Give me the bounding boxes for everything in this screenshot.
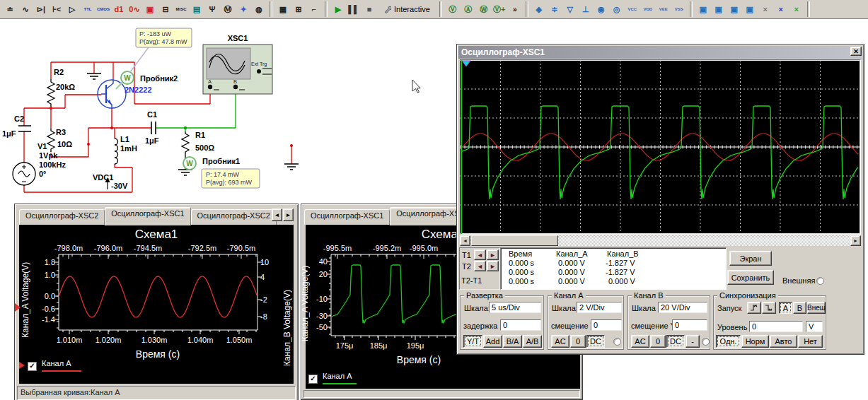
channel-a-radio[interactable]	[613, 338, 621, 346]
trigger-normal-button[interactable]: Норм	[741, 335, 769, 348]
ab-mode-button[interactable]: A/B	[523, 335, 542, 348]
t1-left-button[interactable]: ◄	[474, 249, 486, 260]
channel-b-ac-button[interactable]: AC	[631, 335, 649, 348]
channel-a-dc-button[interactable]: DC	[586, 335, 605, 348]
place-rf-icon[interactable]: Ψ	[204, 1, 220, 18]
resistor-r2[interactable]	[47, 79, 54, 107]
tab-scroll-left-button[interactable]: ◄	[272, 208, 282, 221]
inductor-l1[interactable]	[115, 139, 118, 164]
place-indicator-icon[interactable]: ▣	[142, 1, 158, 18]
place-ttl-icon[interactable]: TTL	[80, 1, 96, 18]
scope-scrollbar[interactable]: ◄ ►	[460, 235, 861, 246]
vss-rail-icon[interactable]: VSS	[671, 1, 687, 18]
place-mixed-icon[interactable]: 0∿	[127, 1, 142, 18]
t2-left-button[interactable]: ◄	[474, 261, 486, 271]
toolbar-overflow-button[interactable]: »	[507, 1, 523, 18]
wire-output[interactable]	[156, 92, 236, 131]
place-cmos-icon[interactable]: CMOS	[96, 1, 111, 18]
channel-b-radio[interactable]	[702, 338, 710, 346]
capacitor-c1[interactable]	[151, 122, 156, 134]
channel-a-zero-button[interactable]: 0	[570, 335, 586, 348]
vref1-icon[interactable]: ◉	[594, 1, 609, 18]
scroll-right-button[interactable]: ►	[850, 235, 861, 246]
hierarchical-block-icon[interactable]: ⊞	[291, 1, 306, 18]
place-transistor-icon[interactable]: ⊦<	[49, 1, 64, 18]
ground-arrow-icon[interactable]: ▽	[562, 1, 578, 18]
current-probe-icon[interactable]: Ⓐ	[461, 1, 476, 18]
timebase-scale-field[interactable]: 5 us/Div	[489, 302, 541, 313]
ground-icon[interactable]: ⊥	[578, 1, 594, 18]
place-ni-component-icon[interactable]: ✦	[236, 1, 251, 18]
place-source-icon[interactable]: ≐	[2, 1, 18, 18]
falling-edge-button[interactable]	[762, 302, 776, 314]
place-basic-icon[interactable]: ∿	[18, 1, 33, 18]
trigger-none-button[interactable]: Нет	[798, 335, 823, 348]
trigger-source-a-button[interactable]: A	[779, 302, 792, 314]
place-connector-icon[interactable]: ◍	[251, 1, 267, 18]
place-mcu-icon[interactable]: ▦	[275, 1, 291, 18]
trigger-auto-button[interactable]: Авто	[770, 335, 797, 348]
hb-sc-connector-icon[interactable]: ▣	[727, 1, 742, 18]
resistor-r1[interactable]	[182, 131, 189, 157]
diff-voltage-probe-icon[interactable]: Ⓥ+	[492, 1, 507, 18]
run-button[interactable]: ▶	[330, 1, 346, 18]
scroll-thumb[interactable]	[471, 235, 558, 246]
probe-gray-icon[interactable]: ×	[758, 1, 773, 18]
close-button[interactable]: ✕	[850, 47, 862, 56]
vdd-rail-icon[interactable]: VDD	[640, 1, 656, 18]
channel-b-scale-field[interactable]: 20 V/Div	[658, 302, 707, 313]
interactive-button[interactable]: Interactive	[377, 1, 436, 18]
external-trigger-radio[interactable]	[816, 277, 824, 285]
grapher2-trace-checkbox[interactable]: ✓	[308, 375, 318, 384]
vcc-rail-icon[interactable]: VCC	[625, 1, 640, 18]
place-misc-digital-icon[interactable]: d1	[111, 1, 127, 18]
tab-oscillograph-xsc2b[interactable]: Осциллограф-XSC2	[191, 209, 277, 225]
ground-symbol-top[interactable]	[87, 73, 101, 79]
channel-b-minus-button[interactable]: -	[685, 335, 700, 348]
channel-a-offset-field[interactable]: 0	[591, 319, 622, 331]
t2-right-button[interactable]: ►	[487, 261, 499, 271]
source-v1[interactable]	[13, 163, 35, 185]
ba-mode-button[interactable]: B/A	[503, 335, 522, 348]
bus-connector-icon[interactable]: ▣	[742, 1, 758, 18]
channel-b-dc-button[interactable]: DC	[666, 335, 685, 348]
grapher1-trace-checkbox[interactable]: ✓	[28, 362, 37, 371]
rising-edge-button[interactable]	[747, 302, 761, 314]
vee-rail-icon[interactable]: VEE	[656, 1, 671, 18]
power-probe-1[interactable]: W	[183, 157, 196, 170]
probe-blue-icon[interactable]: ×	[773, 1, 789, 18]
place-diode-icon[interactable]: ⊳|	[33, 1, 49, 18]
capacitor-c2[interactable]	[18, 126, 31, 131]
channel-a-scale-field[interactable]: 2 V/Div	[577, 302, 622, 313]
t1-right-button[interactable]: ►	[487, 249, 499, 260]
channel-b-zero-button[interactable]: 0	[650, 335, 666, 348]
place-misc-icon[interactable]: MISC	[173, 1, 189, 18]
place-electromechanical-icon[interactable]: Ⓜ	[220, 1, 236, 18]
pause-button[interactable]: ▌▌	[346, 1, 361, 18]
trigger-unit-field[interactable]: V	[806, 321, 823, 332]
place-advanced-peripherals-icon[interactable]: ▤	[189, 1, 204, 18]
stop-button[interactable]: ■	[361, 1, 377, 18]
tab-scroll-right-button[interactable]: ►	[283, 208, 294, 221]
yt-mode-button[interactable]: Y/T	[463, 335, 482, 348]
reverse-screen-button[interactable]: Экран	[729, 251, 772, 266]
on-page-connector-icon[interactable]: ▣	[695, 1, 711, 18]
power-probe-icon[interactable]: Ⓦ	[476, 1, 492, 18]
tab-oscillograph-xsc2[interactable]: Осциллограф-XSC2	[19, 209, 105, 225]
save-button[interactable]: Сохранить	[727, 270, 774, 285]
probe-green-icon[interactable]: ×	[789, 1, 804, 18]
vref2-icon[interactable]: ◎	[609, 1, 625, 18]
timebase-xdelay-field[interactable]: 0	[500, 319, 541, 331]
place-analog-icon[interactable]: ▷	[64, 1, 80, 18]
vcc-arrow-icon[interactable]: ≑	[547, 1, 562, 18]
window-title-bar[interactable]: Осциллограф-XSC1	[458, 46, 862, 59]
tab-oscillograph-xsc1[interactable]: Осциллограф-XSC1	[105, 207, 190, 225]
ground-symbol-right[interactable]	[284, 164, 299, 170]
channel-a-ac-button[interactable]: AC	[551, 335, 569, 348]
add-mode-button[interactable]: Add	[483, 335, 502, 348]
tab-oscillograph-xsc1-g2[interactable]: Осциллограф-XSC1	[304, 209, 390, 225]
place-bus-icon[interactable]: ⌐	[306, 1, 322, 18]
scroll-left-button[interactable]: ◄	[460, 235, 470, 246]
trigger-single-button[interactable]: Одн.	[716, 335, 741, 348]
oscilloscope-xsc1-icon[interactable]	[203, 45, 272, 94]
